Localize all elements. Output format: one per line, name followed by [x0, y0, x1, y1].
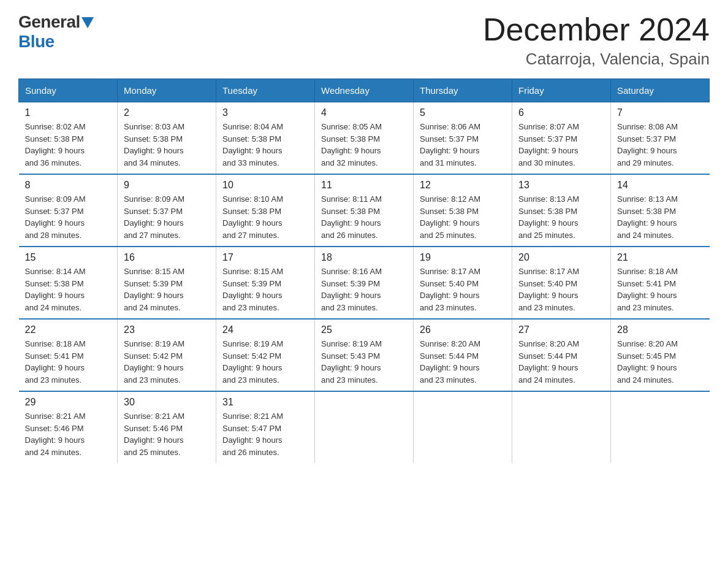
table-row: [414, 391, 512, 463]
day-info: Sunrise: 8:19 AM Sunset: 5:42 PM Dayligh…: [222, 338, 308, 386]
day-number: 5: [420, 107, 506, 118]
table-row: 18 Sunrise: 8:16 AM Sunset: 5:39 PM Dayl…: [315, 247, 414, 319]
day-info: Sunrise: 8:06 AM Sunset: 5:37 PM Dayligh…: [420, 121, 506, 169]
day-number: 16: [124, 252, 210, 263]
col-wednesday: Wednesday: [315, 79, 414, 102]
day-number: 2: [124, 107, 210, 118]
calendar-week-row: 22 Sunrise: 8:18 AM Sunset: 5:41 PM Dayl…: [19, 319, 710, 391]
day-number: 9: [124, 180, 210, 191]
col-thursday: Thursday: [414, 79, 512, 102]
table-row: 16 Sunrise: 8:15 AM Sunset: 5:39 PM Dayl…: [118, 247, 216, 319]
col-sunday: Sunday: [19, 79, 118, 102]
table-row: 21 Sunrise: 8:18 AM Sunset: 5:41 PM Dayl…: [611, 247, 710, 319]
day-info: Sunrise: 8:14 AM Sunset: 5:38 PM Dayligh…: [25, 266, 112, 313]
title-block: December 2024 Catarroja, Valencia, Spain: [483, 12, 710, 69]
day-info: Sunrise: 8:19 AM Sunset: 5:42 PM Dayligh…: [124, 338, 210, 386]
table-row: 14 Sunrise: 8:13 AM Sunset: 5:38 PM Dayl…: [611, 174, 710, 247]
day-number: 8: [25, 180, 112, 191]
day-info: Sunrise: 8:09 AM Sunset: 5:37 PM Dayligh…: [124, 193, 210, 241]
page-title: December 2024: [483, 12, 710, 47]
table-row: 9 Sunrise: 8:09 AM Sunset: 5:37 PM Dayli…: [118, 174, 216, 247]
table-row: 28 Sunrise: 8:20 AM Sunset: 5:45 PM Dayl…: [611, 319, 710, 391]
table-row: 26 Sunrise: 8:20 AM Sunset: 5:44 PM Dayl…: [414, 319, 512, 391]
day-number: 1: [25, 107, 112, 118]
day-number: 22: [25, 324, 112, 335]
day-info: Sunrise: 8:20 AM Sunset: 5:44 PM Dayligh…: [420, 338, 506, 386]
calendar-table: Sunday Monday Tuesday Wednesday Thursday…: [18, 79, 710, 463]
day-info: Sunrise: 8:18 AM Sunset: 5:41 PM Dayligh…: [25, 338, 112, 386]
day-info: Sunrise: 8:09 AM Sunset: 5:37 PM Dayligh…: [25, 193, 112, 241]
table-row: 6 Sunrise: 8:07 AM Sunset: 5:37 PM Dayli…: [512, 102, 611, 175]
table-row: 12 Sunrise: 8:12 AM Sunset: 5:38 PM Dayl…: [414, 174, 512, 247]
day-info: Sunrise: 8:02 AM Sunset: 5:38 PM Dayligh…: [25, 121, 112, 169]
calendar-week-row: 8 Sunrise: 8:09 AM Sunset: 5:37 PM Dayli…: [19, 174, 710, 247]
table-row: 5 Sunrise: 8:06 AM Sunset: 5:37 PM Dayli…: [414, 102, 512, 175]
day-number: 29: [25, 397, 112, 408]
day-number: 10: [222, 180, 308, 191]
calendar-week-row: 1 Sunrise: 8:02 AM Sunset: 5:38 PM Dayli…: [19, 102, 710, 175]
calendar-week-row: 15 Sunrise: 8:14 AM Sunset: 5:38 PM Dayl…: [19, 247, 710, 319]
day-number: 7: [617, 107, 703, 118]
day-info: Sunrise: 8:18 AM Sunset: 5:41 PM Dayligh…: [617, 266, 703, 313]
day-info: Sunrise: 8:15 AM Sunset: 5:39 PM Dayligh…: [124, 266, 210, 313]
day-info: Sunrise: 8:05 AM Sunset: 5:38 PM Dayligh…: [321, 121, 407, 169]
day-number: 28: [617, 324, 703, 335]
table-row: 20 Sunrise: 8:17 AM Sunset: 5:40 PM Dayl…: [512, 247, 611, 319]
table-row: 2 Sunrise: 8:03 AM Sunset: 5:38 PM Dayli…: [118, 102, 216, 175]
day-number: 15: [25, 252, 112, 263]
table-row: 17 Sunrise: 8:15 AM Sunset: 5:39 PM Dayl…: [216, 247, 315, 319]
day-number: 3: [222, 107, 308, 118]
day-number: 27: [518, 324, 604, 335]
day-info: Sunrise: 8:13 AM Sunset: 5:38 PM Dayligh…: [617, 193, 703, 241]
day-number: 18: [321, 252, 407, 263]
table-row: 25 Sunrise: 8:19 AM Sunset: 5:43 PM Dayl…: [315, 319, 414, 391]
col-friday: Friday: [512, 79, 611, 102]
day-number: 23: [124, 324, 210, 335]
day-info: Sunrise: 8:11 AM Sunset: 5:38 PM Dayligh…: [321, 193, 407, 241]
day-number: 19: [420, 252, 506, 263]
table-row: 1 Sunrise: 8:02 AM Sunset: 5:38 PM Dayli…: [19, 102, 118, 175]
day-info: Sunrise: 8:08 AM Sunset: 5:37 PM Dayligh…: [617, 121, 703, 169]
table-row: 3 Sunrise: 8:04 AM Sunset: 5:38 PM Dayli…: [216, 102, 315, 175]
day-number: 21: [617, 252, 703, 263]
logo: General Blue: [18, 12, 94, 52]
day-info: Sunrise: 8:17 AM Sunset: 5:40 PM Dayligh…: [420, 266, 506, 313]
day-info: Sunrise: 8:21 AM Sunset: 5:47 PM Dayligh…: [222, 410, 308, 458]
day-number: 12: [420, 180, 506, 191]
table-row: 10 Sunrise: 8:10 AM Sunset: 5:38 PM Dayl…: [216, 174, 315, 247]
logo-general-text: General: [18, 12, 80, 32]
table-row: 31 Sunrise: 8:21 AM Sunset: 5:47 PM Dayl…: [216, 391, 315, 463]
table-row: 4 Sunrise: 8:05 AM Sunset: 5:38 PM Dayli…: [315, 102, 414, 175]
day-info: Sunrise: 8:03 AM Sunset: 5:38 PM Dayligh…: [124, 121, 210, 169]
day-info: Sunrise: 8:21 AM Sunset: 5:46 PM Dayligh…: [124, 410, 210, 458]
day-info: Sunrise: 8:13 AM Sunset: 5:38 PM Dayligh…: [518, 193, 604, 241]
day-number: 24: [222, 324, 308, 335]
day-info: Sunrise: 8:19 AM Sunset: 5:43 PM Dayligh…: [321, 338, 407, 386]
table-row: 23 Sunrise: 8:19 AM Sunset: 5:42 PM Dayl…: [118, 319, 216, 391]
day-info: Sunrise: 8:12 AM Sunset: 5:38 PM Dayligh…: [420, 193, 506, 241]
table-row: [512, 391, 611, 463]
table-row: 24 Sunrise: 8:19 AM Sunset: 5:42 PM Dayl…: [216, 319, 315, 391]
logo-triangle-icon: [82, 17, 94, 28]
table-row: 11 Sunrise: 8:11 AM Sunset: 5:38 PM Dayl…: [315, 174, 414, 247]
col-saturday: Saturday: [611, 79, 710, 102]
table-row: 13 Sunrise: 8:13 AM Sunset: 5:38 PM Dayl…: [512, 174, 611, 247]
day-number: 13: [518, 180, 604, 191]
table-row: [315, 391, 414, 463]
day-number: 30: [124, 397, 210, 408]
day-info: Sunrise: 8:10 AM Sunset: 5:38 PM Dayligh…: [222, 193, 308, 241]
day-number: 26: [420, 324, 506, 335]
day-number: 17: [222, 252, 308, 263]
table-row: 8 Sunrise: 8:09 AM Sunset: 5:37 PM Dayli…: [19, 174, 118, 247]
svg-marker-0: [82, 17, 94, 28]
day-number: 6: [518, 107, 604, 118]
day-info: Sunrise: 8:04 AM Sunset: 5:38 PM Dayligh…: [222, 121, 308, 169]
day-number: 31: [222, 397, 308, 408]
table-row: 15 Sunrise: 8:14 AM Sunset: 5:38 PM Dayl…: [19, 247, 118, 319]
table-row: 30 Sunrise: 8:21 AM Sunset: 5:46 PM Dayl…: [118, 391, 216, 463]
day-number: 14: [617, 180, 703, 191]
day-info: Sunrise: 8:07 AM Sunset: 5:37 PM Dayligh…: [518, 121, 604, 169]
table-row: [611, 391, 710, 463]
table-row: 29 Sunrise: 8:21 AM Sunset: 5:46 PM Dayl…: [19, 391, 118, 463]
page-subtitle: Catarroja, Valencia, Spain: [483, 50, 710, 69]
